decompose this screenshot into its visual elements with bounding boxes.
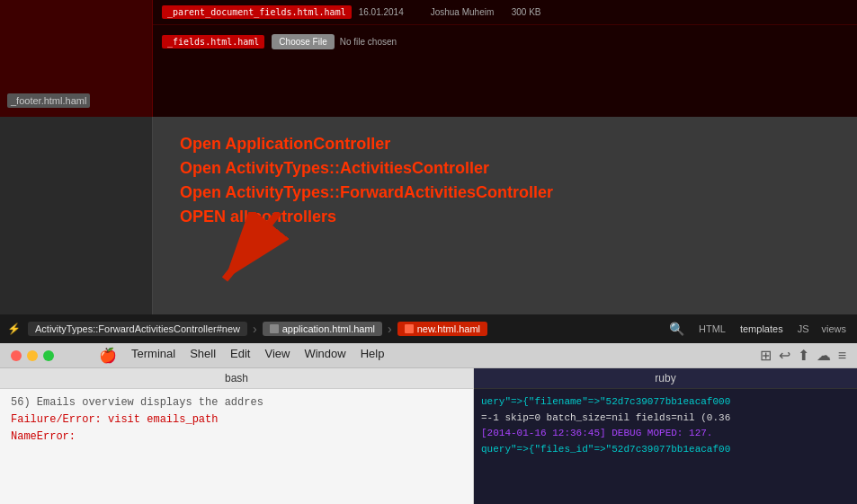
middle-right-panel: Open ApplicationController Open Activity… — [153, 117, 857, 314]
action-link-3[interactable]: Open ActivityTypes::ForwardActivitiesCon… — [180, 183, 830, 202]
templates-button[interactable]: templates — [735, 322, 789, 336]
right-pane-content: uery"=>{"filename"=>"52d7c39077bb1eacaf0… — [474, 389, 857, 463]
terminal-content: bash 56) Emails overview displays the ad… — [0, 368, 857, 504]
dark-line-4: query"=>{"files_id"=>"52d7c39077bb1eacaf… — [481, 442, 850, 458]
close-button[interactable] — [11, 350, 22, 361]
views-button[interactable]: views — [817, 322, 850, 336]
file-icon-2 — [405, 324, 414, 333]
middle-left-panel — [0, 117, 153, 314]
file-tag-2-name: new.html.haml — [417, 323, 480, 334]
svg-line-1 — [225, 212, 279, 279]
file-tag-1-name: application.html.haml — [282, 323, 375, 334]
toolbar: ⚡ ActivityTypes::ForwardActivitiesContro… — [0, 314, 857, 343]
left-pane-content: 56) Emails overview displays the addres … — [0, 389, 473, 452]
breadcrumb-separator-1: › — [253, 322, 257, 336]
file1-name: _parent_document_fields.html.haml — [162, 5, 352, 19]
dark-line-2: =-1 skip=0 batch_size=nil fields=nil (0.… — [481, 411, 850, 427]
search-button[interactable]: 🔍 — [664, 320, 690, 338]
file1-date: 16.01.2014 — [359, 7, 422, 17]
file-tag-2[interactable]: new.html.haml — [397, 322, 487, 336]
menu-terminal[interactable]: Terminal — [131, 347, 175, 364]
dark-line-3: [2014-01-16 12:36:45] DEBUG MOPED: 127. — [481, 426, 850, 442]
terminal-line-3: NameError: — [11, 429, 462, 446]
terminal-right-pane: ruby uery"=>{"filename"=>"52d7c39077bb1e… — [474, 368, 857, 504]
breadcrumb[interactable]: ActivityTypes::ForwardActivitiesControll… — [28, 322, 247, 336]
dark-line-1: uery"=>{"filename"=>"52d7c39077bb1eacaf0… — [481, 394, 850, 411]
terminal-titlebar: 🍎 Terminal Shell Edit View Window Help ⊞… — [0, 343, 857, 368]
top-right-panel: _parent_document_fields.html.haml 16.01.… — [153, 0, 857, 117]
file1-author: Joshua Muheim — [431, 7, 503, 17]
menu-shell[interactable]: Shell — [190, 347, 216, 364]
titlebar-icon-2[interactable]: ↩ — [779, 347, 790, 364]
traffic-lights — [11, 350, 54, 361]
file2-name: _fields.html.haml — [162, 35, 264, 49]
titlebar-icon-1[interactable]: ⊞ — [760, 347, 772, 364]
top-left-panel: _footer.html.haml ■ Hilfe und Support — [0, 0, 153, 117]
choose-file-button[interactable]: Choose File — [272, 34, 334, 49]
minimize-button[interactable] — [27, 350, 38, 361]
titlebar-icon-5[interactable]: ≡ — [838, 347, 846, 364]
right-pane-title: ruby — [474, 368, 857, 389]
file-tag-1[interactable]: application.html.haml — [263, 322, 382, 336]
file1-size: 300 KB — [512, 7, 541, 17]
top-section: _footer.html.haml ■ Hilfe und Support _p… — [0, 0, 857, 117]
action-link-2[interactable]: Open ActivityTypes::ActivitiesController — [180, 159, 830, 178]
file-icon-1 — [270, 324, 279, 333]
middle-section: Open ApplicationController Open Activity… — [0, 117, 857, 314]
breadcrumb-separator-2: › — [388, 322, 392, 336]
maximize-button[interactable] — [43, 350, 54, 361]
no-file-text: No file chosen — [340, 37, 397, 47]
titlebar-icon-3[interactable]: ⬆ — [798, 347, 809, 364]
menu-window[interactable]: Window — [304, 347, 345, 364]
lightning-icon: ⚡ — [7, 323, 21, 335]
titlebar-right-icons: ⊞ ↩ ⬆ ☁ ≡ — [760, 347, 846, 364]
html-button[interactable]: HTML — [695, 322, 729, 336]
terminal-left-pane: bash 56) Emails overview displays the ad… — [0, 368, 474, 504]
terminal-section: 🍎 Terminal Shell Edit View Window Help ⊞… — [0, 343, 857, 504]
file-row-2: _fields.html.haml Choose File No file ch… — [153, 29, 857, 55]
red-arrow-svg — [207, 212, 315, 293]
terminal-line-2: Failure/Error: visit emails_path — [11, 411, 462, 429]
menu-edit[interactable]: Edit — [230, 347, 250, 364]
js-button[interactable]: JS — [794, 322, 813, 336]
terminal-line-1: 56) Emails overview displays the addres — [11, 394, 462, 411]
apple-icon: 🍎 — [99, 347, 117, 364]
titlebar-icon-4[interactable]: ☁ — [817, 347, 831, 364]
footer-label: _footer.html.haml — [7, 93, 90, 108]
file-row-1: _parent_document_fields.html.haml 16.01.… — [153, 0, 857, 25]
arrow-container — [207, 212, 315, 296]
titlebar-menus: 🍎 Terminal Shell Edit View Window Help — [99, 347, 384, 364]
action-link-1[interactable]: Open ApplicationController — [180, 135, 830, 154]
menu-help[interactable]: Help — [361, 347, 385, 364]
left-pane-title: bash — [0, 368, 473, 389]
menu-view[interactable]: View — [264, 347, 290, 364]
